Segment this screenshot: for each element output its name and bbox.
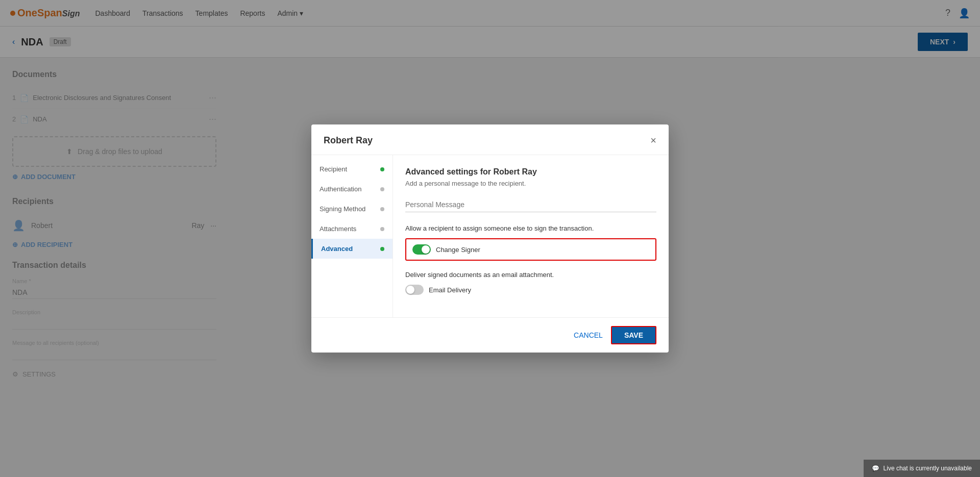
sidebar-signing-method-dot	[380, 207, 384, 211]
sidebar-authentication-dot	[380, 187, 384, 191]
sidebar-item-signing-method[interactable]: Signing Method	[311, 199, 393, 219]
change-signer-toggle[interactable]	[412, 244, 431, 255]
modal-close-button[interactable]: ×	[650, 135, 656, 146]
sidebar-attachments-label: Attachments	[320, 225, 356, 233]
sidebar-recipient-dot	[380, 167, 384, 171]
email-delivery-toggle[interactable]	[405, 285, 424, 295]
sidebar-item-attachments[interactable]: Attachments	[311, 219, 393, 239]
sidebar-attachments-dot	[380, 227, 384, 231]
modal-footer: CANCEL SAVE	[311, 317, 669, 353]
sidebar-advanced-dot	[380, 247, 384, 251]
email-delivery-label: Email Delivery	[429, 286, 471, 294]
sidebar-authentication-label: Authentication	[320, 185, 361, 193]
change-signer-label: Change Signer	[436, 246, 480, 254]
sidebar-signing-method-label: Signing Method	[320, 205, 365, 213]
email-delivery-row: Email Delivery	[405, 285, 656, 295]
modal-content-area: Advanced settings for Robert Ray Add a p…	[393, 155, 669, 317]
modal-body: Recipient Authentication Signing Method …	[311, 155, 669, 317]
sidebar-item-recipient[interactable]: Recipient	[311, 159, 393, 179]
change-signer-row: Change Signer	[405, 238, 656, 261]
deliver-text: Deliver signed documents as an email att…	[405, 271, 656, 279]
content-subtitle: Add a personal message to the recipient.	[405, 180, 656, 187]
sidebar-advanced-label: Advanced	[321, 245, 353, 253]
sidebar-recipient-label: Recipient	[320, 165, 347, 173]
modal-title: Robert Ray	[324, 135, 373, 146]
modal-header: Robert Ray ×	[311, 124, 669, 155]
cancel-button[interactable]: CANCEL	[574, 331, 603, 339]
modal-sidebar: Recipient Authentication Signing Method …	[311, 155, 393, 317]
modal-overlay: Robert Ray × Recipient Authentication Si…	[0, 0, 980, 390]
personal-message-input[interactable]	[405, 197, 656, 212]
toggle-thumb	[422, 245, 430, 254]
allow-text: Allow a recipient to assign someone else…	[405, 224, 656, 232]
sidebar-item-advanced[interactable]: Advanced	[311, 239, 393, 259]
sidebar-item-authentication[interactable]: Authentication	[311, 179, 393, 199]
save-button[interactable]: SAVE	[611, 326, 656, 344]
modal: Robert Ray × Recipient Authentication Si…	[311, 124, 669, 353]
content-title: Advanced settings for Robert Ray	[405, 167, 656, 177]
